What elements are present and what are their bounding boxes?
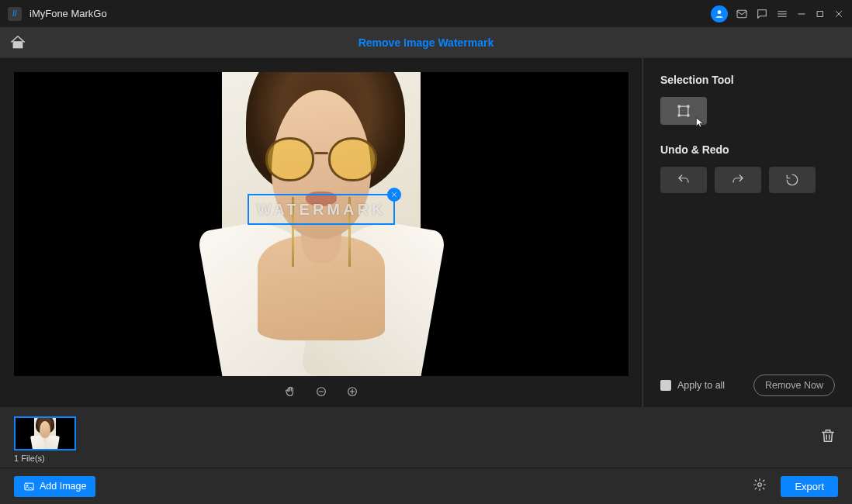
svg-rect-1: [737, 10, 746, 17]
undo-button[interactable]: [660, 167, 707, 193]
close-button[interactable]: [833, 9, 844, 19]
right-sidebar: Selection Tool Undo & Redo Apply to all: [642, 58, 852, 407]
svg-point-11: [26, 485, 28, 486]
selection-handle[interactable]: [248, 217, 255, 225]
rectangle-select-tool[interactable]: [660, 97, 707, 125]
svg-point-7: [687, 105, 690, 108]
reset-icon: [785, 173, 799, 187]
title-bar: // iMyFone MarkGo: [0, 0, 852, 27]
active-tab-title: Remove Image Watermark: [26, 36, 826, 49]
maximize-button[interactable]: [815, 9, 826, 19]
delete-button[interactable]: [819, 427, 836, 447]
close-icon: [833, 9, 844, 19]
mail-icon: [736, 8, 748, 20]
svg-rect-5: [679, 106, 688, 116]
rect-select-icon: [676, 103, 691, 119]
user-account-button[interactable]: [711, 5, 728, 22]
zoom-out-icon: [315, 385, 327, 398]
sidebar-bottom-row: Apply to all Remove Now: [660, 375, 835, 396]
zoom-in-icon: [346, 385, 358, 398]
zoom-out-button[interactable]: [314, 385, 328, 399]
maximize-icon: [815, 9, 826, 19]
selection-close-button[interactable]: [387, 188, 401, 202]
app-logo-icon: //: [8, 7, 22, 21]
settings-button[interactable]: [753, 478, 767, 495]
loaded-image[interactable]: WATERMARK: [222, 72, 421, 370]
minimize-icon: [796, 9, 807, 19]
export-button[interactable]: Export: [781, 476, 838, 497]
hand-icon: [284, 385, 296, 398]
svg-rect-2: [818, 11, 823, 16]
hamburger-icon: [776, 8, 788, 20]
x-icon: [390, 191, 398, 198]
watermark-text: WATERMARK: [249, 195, 393, 223]
user-icon: [714, 9, 725, 19]
image-detail: [265, 137, 376, 185]
home-icon: [9, 34, 26, 51]
add-image-label: Add Image: [40, 481, 86, 492]
canvas-tools: [14, 376, 629, 407]
remove-now-button[interactable]: Remove Now: [753, 375, 835, 396]
feedback-button[interactable]: [756, 8, 768, 20]
add-image-button[interactable]: Add Image: [14, 476, 95, 497]
mail-button[interactable]: [736, 8, 748, 20]
redo-button[interactable]: [715, 167, 761, 193]
redo-icon: [731, 173, 745, 187]
film-strip: 1 File(s): [0, 407, 852, 468]
canvas-viewport[interactable]: WATERMARK: [14, 72, 629, 376]
selection-tool-title: Selection Tool: [660, 74, 835, 86]
trash-icon: [819, 427, 836, 444]
selection-handle[interactable]: [248, 194, 255, 202]
apply-to-all-checkbox[interactable]: [660, 380, 671, 391]
svg-point-8: [678, 115, 681, 117]
footer-bar: Add Image Export: [0, 468, 852, 504]
chat-icon: [756, 8, 768, 20]
gear-icon: [753, 478, 767, 492]
pan-tool-button[interactable]: [283, 385, 297, 399]
menu-button[interactable]: [776, 8, 788, 20]
selection-handle[interactable]: [387, 217, 395, 225]
file-count-label: 1 File(s): [14, 454, 45, 463]
image-icon: [23, 481, 35, 492]
undo-icon: [677, 173, 691, 187]
minimize-button[interactable]: [796, 9, 807, 19]
thumbnail-item[interactable]: [14, 416, 76, 450]
svg-point-6: [678, 105, 681, 108]
reset-button[interactable]: [769, 167, 816, 193]
zoom-in-button[interactable]: [345, 385, 359, 399]
svg-point-0: [718, 10, 722, 14]
canvas-panel: WATERMARK: [0, 58, 642, 407]
apply-to-all-label: Apply to all: [677, 380, 725, 391]
workspace: WATERMARK: [0, 58, 852, 407]
undo-redo-title: Undo & Redo: [660, 143, 835, 156]
app-title: iMyFone MarkGo: [29, 8, 711, 19]
watermark-selection-box[interactable]: WATERMARK: [248, 194, 395, 225]
home-button[interactable]: [9, 34, 26, 51]
svg-point-12: [758, 483, 762, 487]
tab-strip: Remove Image Watermark: [0, 27, 852, 58]
svg-point-9: [687, 115, 690, 117]
